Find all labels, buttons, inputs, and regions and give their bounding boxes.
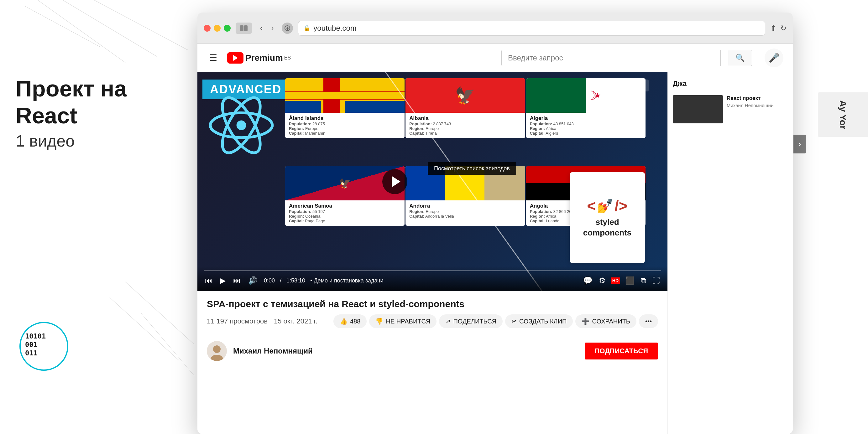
sidebar-channel-name: Михаил Непомнящий: [727, 103, 773, 108]
video-title: SPA-проект с темизацией на React и style…: [207, 299, 658, 309]
sidebar-video-title: React проект: [727, 95, 773, 101]
browser-window: ‹ › 🔒 youtube.com ⬆ ↻ ☰ Premium: [197, 12, 793, 434]
more-options-button[interactable]: •••: [639, 314, 658, 328]
fullscreen-button[interactable]: ⛶: [651, 275, 661, 286]
svg-line-2: [94, 0, 188, 50]
traffic-lights: [204, 25, 230, 32]
time-current: 0:00: [264, 277, 275, 284]
sidebar-thumbnail: [673, 95, 723, 123]
svg-text:011: 011: [25, 349, 38, 357]
time-total: 1:58:10: [286, 277, 305, 284]
like-count: 488: [350, 318, 360, 325]
share-icon: ↗: [445, 318, 451, 325]
styled-components-card: < 💅 /> styledcomponents: [570, 172, 645, 263]
channel-name: Михаил Непомнящий: [233, 347, 313, 356]
share-button[interactable]: ↗ ПОДЕЛИТЬСЯ: [439, 314, 503, 328]
search-button[interactable]: 🔍: [728, 50, 752, 66]
settings-button[interactable]: ⚙: [597, 275, 607, 286]
svg-line-3: [25, 6, 100, 47]
browser-actions: ⬆ ↻: [770, 24, 786, 33]
back-button[interactable]: ‹: [257, 22, 266, 34]
subscribe-button[interactable]: ПОДПИСАТЬСЯ: [585, 342, 658, 360]
premium-label: Premium: [245, 53, 283, 63]
svg-text:10101: 10101: [25, 332, 46, 340]
youtube-logo[interactable]: Premium ES: [227, 52, 291, 64]
thumbs-down-icon: 👎: [375, 318, 383, 325]
svg-point-19: [237, 121, 246, 130]
play-pause-button[interactable]: ▶: [219, 275, 227, 286]
clip-button[interactable]: ✂ СОЗДАТЬ КЛИП: [505, 314, 573, 328]
progress-bar[interactable]: [204, 270, 661, 271]
left-panel: Проект на React 1 видео 10101 001 011: [0, 0, 194, 434]
skip-back-button[interactable]: ⏮: [204, 275, 214, 286]
search-bar[interactable]: [501, 50, 721, 66]
react-logo: [207, 91, 276, 160]
youtube-topbar: ☰ Premium ES 🔍 🎤: [197, 44, 793, 72]
dislike-button[interactable]: 👎 НЕ НРАВИТСЯ: [369, 314, 436, 328]
page-title: Проект на React: [16, 75, 194, 129]
view-count: 11 197 просмотров: [207, 317, 268, 325]
subtitles-button[interactable]: 💬: [582, 275, 594, 286]
youtube-logo-icon: [227, 52, 244, 64]
video-meta: 11 197 просмотров 15 окт. 2021 г. 👍 488 …: [207, 314, 658, 328]
country-name: Åland Islands: [289, 115, 401, 122]
channel-avatar[interactable]: [207, 341, 227, 361]
navigation-buttons: ‹ ›: [257, 22, 277, 34]
microphone-button[interactable]: 🎤: [765, 48, 783, 67]
video-section: ADVANCED Filter by Region ▾: [197, 72, 668, 434]
country-card: Åland Islands Population: 28 875 Region:…: [285, 78, 405, 138]
layout-toggle-button[interactable]: [236, 23, 252, 34]
miniplayer-button[interactable]: ⧉: [640, 275, 647, 286]
chapter-text: • Демо и постановка задачи: [310, 277, 577, 284]
privacy-icon: [282, 23, 293, 34]
svg-point-22: [213, 345, 221, 353]
video-controls: ⏮ ▶ ⏭ 🔊 0:00 / 1:58:10 • Демо и постанов…: [197, 266, 668, 291]
thumbs-up-icon: 👍: [340, 318, 347, 325]
dislike-label: НЕ НРАВИТСЯ: [386, 318, 430, 325]
clip-label: СОЗДАТЬ КЛИП: [519, 318, 566, 325]
share-label: ПОДЕЛИТЬСЯ: [453, 318, 496, 325]
theater-mode-button[interactable]: ⬛: [624, 275, 636, 286]
right-controls: 💬 ⚙ HD ⬛ ⧉ ⛶: [582, 275, 661, 286]
country-card: Andorra Region: Europe Capital: Andorra …: [405, 166, 525, 226]
channel-info: Михаил Непомнящий: [233, 347, 313, 356]
country-card: ☽ ★ Algeria Population: 43 851 043 Regio…: [526, 78, 646, 138]
svg-line-4: [125, 282, 194, 344]
youtube-content: ☰ Premium ES 🔍 🎤 ADVANCED: [197, 44, 793, 434]
maximize-button[interactable]: [224, 25, 230, 32]
refresh-button[interactable]: ↻: [780, 24, 786, 33]
video-info: SPA-проект с темизацией на React и style…: [197, 291, 668, 336]
video-player[interactable]: ADVANCED Filter by Region ▾: [197, 72, 668, 291]
url-bar[interactable]: 🔒 youtube.com: [298, 21, 765, 36]
svg-rect-11: [240, 25, 244, 31]
close-button[interactable]: [204, 25, 211, 32]
country-name: Algeria: [530, 115, 642, 122]
forward-button[interactable]: ›: [268, 22, 277, 34]
volume-button[interactable]: 🔊: [247, 275, 259, 286]
country-name: Albania: [409, 115, 521, 122]
channel-row: Михаил Непомнящий ПОДПИСАТЬСЯ: [197, 336, 668, 366]
sidebar-item[interactable]: React проект Михаил Непомнящий: [673, 95, 788, 123]
svg-line-1: [63, 0, 157, 56]
scissors-icon: ✂: [512, 318, 517, 325]
expand-arrow[interactable]: ›: [794, 135, 806, 154]
save-button[interactable]: ➕ СОХРАНИТЬ: [575, 314, 637, 328]
search-input[interactable]: [508, 54, 714, 62]
playlist-tooltip: Посмотреть список эпизодов: [428, 162, 516, 175]
bookmark-icon: ➕: [582, 318, 589, 325]
like-button[interactable]: 👍 488: [333, 314, 367, 328]
browser-chrome: ‹ › 🔒 youtube.com ⬆ ↻: [197, 12, 793, 44]
svg-text:001: 001: [25, 341, 38, 348]
country-cards-top: Åland Islands Population: 28 875 Region:…: [285, 78, 646, 138]
hd-badge: HD: [611, 277, 620, 284]
menu-button[interactable]: ☰: [207, 50, 220, 65]
logo-mark: 10101 001 011: [19, 321, 69, 371]
controls-row: ⏮ ▶ ⏭ 🔊 0:00 / 1:58:10 • Демо и постанов…: [204, 275, 661, 286]
youtube-main: ADVANCED Filter by Region ▾: [197, 72, 793, 434]
page-subtitle: 1 видео: [16, 132, 74, 150]
svg-line-6: [141, 313, 194, 376]
play-button[interactable]: [382, 169, 407, 194]
minimize-button[interactable]: [214, 25, 221, 32]
share-button[interactable]: ⬆: [770, 24, 776, 33]
skip-forward-button[interactable]: ⏭: [232, 275, 242, 286]
